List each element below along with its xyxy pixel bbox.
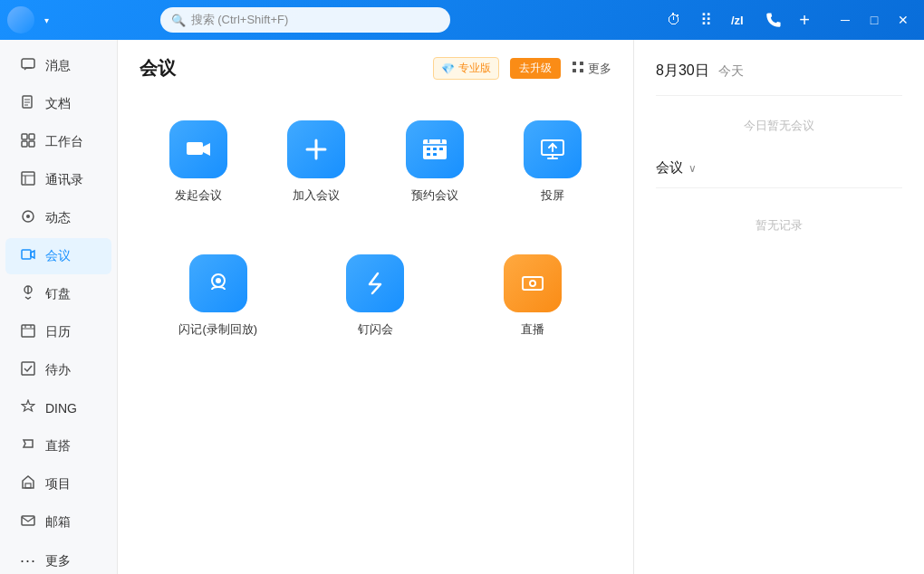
sidebar-item-meeting[interactable]: 会议 <box>5 238 111 274</box>
svg-rect-6 <box>29 141 34 147</box>
feed-icon <box>20 209 36 227</box>
section-title-text: 会议 <box>656 159 683 177</box>
mail-icon <box>20 513 36 531</box>
sidebar-item-workbench[interactable]: 工作台 <box>5 124 111 160</box>
messages-icon <box>20 57 36 75</box>
schedule-meeting-icon <box>406 120 464 178</box>
close-button[interactable]: ✕ <box>890 6 917 33</box>
main-layout: 消息 文档 工作台 <box>0 40 924 574</box>
contacts-icon <box>20 171 36 189</box>
svg-rect-25 <box>427 153 430 156</box>
apps-grid-icon <box>572 61 584 76</box>
svg-rect-5 <box>22 141 27 147</box>
upgrade-button[interactable]: 去升级 <box>510 58 561 79</box>
svg-rect-4 <box>29 134 34 139</box>
search-placeholder: 搜索 (Ctrl+Shift+F) <box>191 12 289 28</box>
calendar-panel: 8月30日 今天 今日暂无会议 会议 ∨ 暂无记录 <box>634 40 924 574</box>
call-icon[interactable] <box>757 5 786 34</box>
start-meeting-label: 发起会议 <box>175 187 222 204</box>
nail-icon <box>20 285 36 303</box>
meeting-header: 会议 💎 专业版 去升级 <box>118 40 633 91</box>
sidebar-label-more: 更多 <box>45 553 71 569</box>
sidebar-label-ding: DING <box>45 401 77 416</box>
join-meeting-item[interactable]: 加入会议 <box>257 106 375 218</box>
svg-rect-3 <box>22 134 27 139</box>
join-meeting-label: 加入会议 <box>293 187 340 204</box>
calendar-date-header: 8月30日 今天 <box>656 62 902 81</box>
window-controls: ─ □ ✕ <box>832 6 917 33</box>
sidebar-item-messages[interactable]: 消息 <box>5 48 111 84</box>
docs-icon <box>20 95 36 113</box>
sidebar-label-meeting: 会议 <box>45 248 71 264</box>
sidebar-item-zhibo[interactable]: 直搭 <box>5 428 111 464</box>
meeting-icon <box>20 247 36 265</box>
ding-icon <box>20 399 36 417</box>
svg-point-29 <box>216 278 221 283</box>
add-icon[interactable]: + <box>790 5 819 34</box>
avatar-dropdown[interactable]: ▾ <box>40 14 53 26</box>
sidebar-item-docs[interactable]: 文档 <box>5 86 111 122</box>
svg-rect-24 <box>439 148 443 150</box>
sidebar-label-project: 项目 <box>45 476 71 493</box>
maximize-button[interactable]: □ <box>861 6 888 33</box>
more-dots-icon: ··· <box>20 551 36 570</box>
live-icon <box>504 254 562 312</box>
project-icon <box>20 475 36 493</box>
sidebar-item-nail[interactable]: 钉盘 <box>5 276 111 312</box>
more-button[interactable]: 更多 <box>572 61 611 77</box>
sidebar-label-nail: 钉盘 <box>45 286 71 302</box>
ai-icon[interactable]: /zI <box>725 5 754 34</box>
svg-rect-1 <box>22 59 34 68</box>
svg-rect-18 <box>573 69 576 72</box>
diamond-icon: 💎 <box>441 62 455 75</box>
sidebar-item-mail[interactable]: 邮箱 <box>5 504 111 541</box>
minimize-button[interactable]: ─ <box>832 6 859 33</box>
sidebar-item-ding[interactable]: DING <box>5 390 111 426</box>
svg-rect-16 <box>573 62 576 65</box>
sidebar-item-more[interactable]: ··· 更多 <box>5 542 111 574</box>
flash-record-label: 闪记(录制回放) <box>178 321 257 338</box>
meeting-section-title[interactable]: 会议 ∨ <box>656 159 902 177</box>
sidebar-item-calendar[interactable]: 日历 <box>5 314 111 350</box>
sidebar-item-feed[interactable]: 动态 <box>5 200 111 236</box>
schedule-meeting-item[interactable]: 预约会议 <box>376 106 494 218</box>
flash-meeting-icon <box>346 254 404 312</box>
meeting-title: 会议 <box>140 56 176 81</box>
more-label: 更多 <box>588 61 611 77</box>
svg-rect-20 <box>187 142 203 155</box>
divider-1 <box>656 95 902 96</box>
sidebar-item-project[interactable]: 项目 <box>5 466 111 502</box>
start-meeting-item[interactable]: 发起会议 <box>140 106 257 218</box>
svg-rect-26 <box>433 153 437 156</box>
live-item[interactable]: 直播 <box>454 240 611 352</box>
svg-rect-15 <box>22 516 34 525</box>
sidebar-label-zhibo: 直搭 <box>45 438 71 454</box>
svg-text:/zI: /zI <box>731 14 744 27</box>
sidebar-label-workbench: 工作台 <box>45 134 83 150</box>
svg-rect-22 <box>427 148 430 150</box>
titlebar-icons: ⏱ ⠿ /zI + <box>659 5 819 34</box>
sidebar-item-contacts[interactable]: 通讯录 <box>5 162 111 198</box>
pro-badge: 💎 专业版 <box>433 57 499 80</box>
calendar-date: 8月30日 <box>656 62 709 78</box>
search-bar[interactable]: 🔍 搜索 (Ctrl+Shift+F) <box>160 7 450 33</box>
sidebar-item-todo[interactable]: 待办 <box>5 352 111 388</box>
apps-icon[interactable]: ⠿ <box>692 5 721 34</box>
svg-rect-19 <box>580 69 583 72</box>
sidebar-label-contacts: 通讯录 <box>45 172 83 188</box>
flash-record-item[interactable]: 闪记(录制回放) <box>140 240 297 352</box>
workbench-icon <box>20 133 36 151</box>
flash-meeting-item[interactable]: 钉闪会 <box>297 240 455 352</box>
calendar-icon <box>20 323 36 341</box>
chevron-down-icon: ∨ <box>688 162 697 175</box>
screen-share-icon <box>524 120 582 178</box>
sidebar-label-feed: 动态 <box>45 210 71 226</box>
screen-share-item[interactable]: 投屏 <box>494 106 611 218</box>
svg-rect-10 <box>22 250 31 259</box>
svg-rect-12 <box>22 325 34 337</box>
start-meeting-icon <box>169 120 227 178</box>
titlebar: ▾ 🔍 搜索 (Ctrl+Shift+F) ⏱ ⠿ /zI + ─ □ ✕ <box>0 0 924 40</box>
no-record-text: 暂无记录 <box>656 199 902 252</box>
history-icon[interactable]: ⏱ <box>659 5 688 34</box>
avatar[interactable] <box>7 6 34 33</box>
